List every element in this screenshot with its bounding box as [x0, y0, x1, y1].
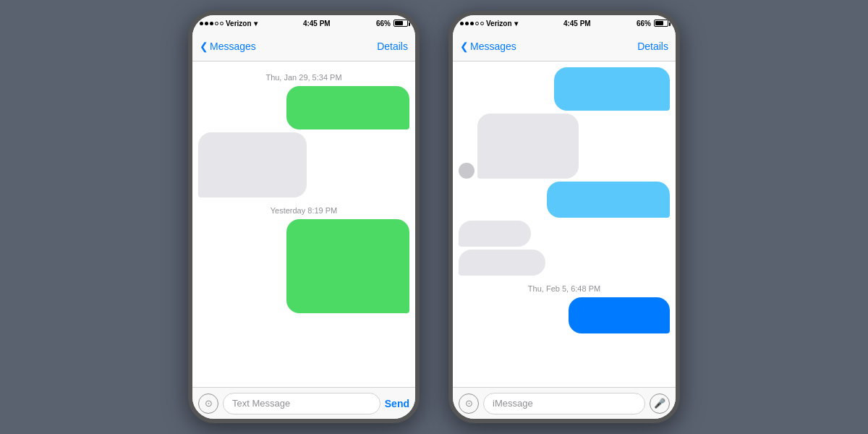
camera-button-1[interactable]: ⊙ [198, 393, 218, 414]
chevron-left-icon-1: ❮ [200, 41, 208, 52]
back-button-1[interactable]: ❮ Messages [200, 41, 256, 52]
camera-icon-2: ⊙ [465, 398, 473, 409]
back-button-2[interactable]: ❮ Messages [460, 41, 516, 52]
messages-area-2: Thu, Feb 5, 6:48 PM [453, 61, 676, 387]
avatar-1 [459, 163, 475, 179]
message-row-received-2 [459, 114, 670, 179]
input-placeholder-1: Text Message [232, 398, 290, 409]
signal-dot-7 [465, 22, 469, 25]
status-right-2: 66% [637, 20, 668, 27]
bubble-received-gray-1 [198, 132, 307, 197]
details-button-1[interactable]: Details [377, 41, 408, 52]
battery-pct-1: 66% [376, 20, 391, 27]
signal-dot-8 [470, 22, 474, 25]
time-1: 4:45 PM [303, 20, 331, 27]
carrier-1: Verizon [226, 20, 252, 27]
message-row-sent-1 [198, 86, 409, 129]
signal-dot-1 [200, 22, 203, 25]
send-button-1[interactable]: Send [385, 398, 409, 409]
carrier-2: Verizon [486, 20, 512, 27]
status-left-2: Verizon ▾ [460, 20, 518, 27]
nav-bar-2: ❮ Messages Details [453, 31, 676, 61]
signal-dot-9 [475, 22, 479, 25]
signal-dot-10 [480, 22, 484, 25]
message-row-sent-2 [198, 219, 409, 313]
message-row-sent-3 [459, 67, 670, 111]
battery-icon-2 [654, 20, 668, 27]
camera-icon-1: ⊙ [205, 398, 213, 409]
phone-1: Verizon ▾ 4:45 PM 66% ❮ Messages Details… [188, 11, 420, 423]
bubble-sent-blue-1 [554, 67, 670, 111]
message-row-received-3 [459, 221, 670, 247]
message-row-received-1 [198, 132, 409, 197]
nav-bar-1: ❮ Messages Details [192, 31, 415, 61]
wifi-icon-2: ▾ [514, 20, 518, 27]
chevron-left-icon-2: ❮ [460, 41, 469, 52]
input-bar-2: ⊙ iMessage 🎤 [453, 387, 676, 419]
timestamp-2: Yesterday 8:19 PM [198, 206, 409, 215]
time-2: 4:45 PM [563, 20, 591, 27]
battery-fill-2 [655, 21, 663, 25]
phone-2: Verizon ▾ 4:45 PM 66% ❮ Messages Details [448, 11, 680, 423]
bubble-received-gray-2 [477, 114, 579, 179]
bubble-sent-green-2 [286, 219, 409, 313]
signal-dot-5 [220, 22, 224, 25]
bubble-sent-blue-3 [569, 297, 670, 333]
back-label-2: Messages [470, 41, 516, 52]
bubble-received-gray-3 [459, 221, 531, 247]
status-bar-2: Verizon ▾ 4:45 PM 66% [453, 15, 676, 31]
message-row-received-4 [459, 250, 670, 276]
details-button-2[interactable]: Details [637, 41, 668, 52]
wifi-icon-1: ▾ [254, 20, 258, 27]
input-placeholder-2: iMessage [493, 398, 533, 409]
mic-button-2[interactable]: 🎤 [650, 393, 670, 414]
signal-dot-2 [205, 22, 208, 25]
bubble-sent-blue-2 [547, 182, 670, 218]
bubble-sent-green-1 [286, 86, 409, 129]
status-left-1: Verizon ▾ [200, 20, 258, 27]
signal-dots-1 [200, 22, 224, 25]
messages-area-1: Thu, Jan 29, 5:34 PM Yesterday 8:19 PM [192, 61, 415, 387]
message-row-sent-4 [459, 182, 670, 218]
timestamp-1: Thu, Jan 29, 5:34 PM [198, 73, 409, 82]
signal-dots-2 [460, 22, 484, 25]
status-bar-1: Verizon ▾ 4:45 PM 66% [192, 15, 415, 31]
message-input-2[interactable]: iMessage [483, 393, 645, 414]
mic-icon-2: 🎤 [654, 398, 665, 409]
signal-dot-6 [460, 22, 464, 25]
signal-dot-3 [210, 22, 213, 25]
battery-pct-2: 66% [637, 20, 651, 27]
timestamp-3: Thu, Feb 5, 6:48 PM [459, 284, 670, 293]
back-label-1: Messages [210, 41, 256, 52]
message-input-1[interactable]: Text Message [223, 393, 380, 414]
camera-button-2[interactable]: ⊙ [459, 393, 479, 414]
battery-icon-1 [393, 20, 408, 27]
message-row-sent-5 [459, 297, 670, 333]
status-right-1: 66% [376, 20, 408, 27]
bubble-received-gray-4 [459, 250, 545, 276]
battery-fill-1 [395, 21, 403, 25]
signal-dot-4 [215, 22, 218, 25]
input-bar-1: ⊙ Text Message Send [192, 387, 415, 419]
